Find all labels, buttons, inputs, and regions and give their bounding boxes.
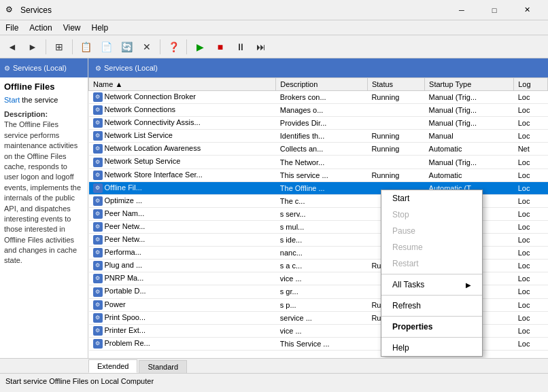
sidebar-header-icon: ⚙: [4, 65, 10, 72]
cell-status: Running: [367, 143, 424, 156]
context-menu-item-resume: Resume: [381, 239, 482, 255]
services-header: ⚙ Services (Local): [88, 58, 548, 77]
table-row[interactable]: ⚙Network Connectivity Assis...Provides D…: [89, 117, 548, 130]
back-button[interactable]: ◄: [3, 37, 22, 56]
menu-action[interactable]: Action: [24, 22, 57, 34]
context-menu-item-start[interactable]: Start: [381, 190, 482, 207]
forward-button[interactable]: ►: [23, 37, 42, 56]
cell-log: Loc: [514, 91, 548, 104]
cell-name: ⚙Peer Netw...: [89, 220, 276, 233]
toolbar-sep3: [160, 39, 160, 54]
table-row[interactable]: ⚙Network Location AwarenessCollects an..…: [89, 143, 548, 156]
service-icon: ⚙: [93, 300, 103, 310]
toolbar-sep2: [72, 39, 73, 54]
col-header-log[interactable]: Log: [514, 78, 548, 91]
service-icon: ⚙: [93, 248, 103, 257]
submenu-arrow-icon: ▶: [466, 281, 471, 289]
table-row[interactable]: ⚙Network Store Interface Ser...This serv…: [89, 168, 548, 181]
table-row[interactable]: ⚙Network Setup ServiceThe Networ...Manua…: [89, 156, 548, 168]
help-toolbar-button[interactable]: ❓: [164, 37, 183, 56]
context-menu-item-restart: Restart: [381, 255, 482, 272]
refresh-toolbar-button[interactable]: 🔄: [117, 37, 136, 56]
cell-log: Loc: [514, 324, 548, 337]
restart-service-button[interactable]: ⏭: [252, 37, 271, 56]
maximize-button[interactable]: □: [479, 0, 510, 20]
cell-log: Loc: [514, 272, 548, 285]
minimize-button[interactable]: ─: [446, 0, 477, 20]
cell-status: Running: [367, 168, 424, 181]
cell-log: Loc: [514, 207, 548, 220]
cell-log: Loc: [514, 260, 548, 272]
cell-name: ⚙Problem Re...: [89, 337, 276, 350]
context-menu-item-pause: Pause: [381, 223, 482, 239]
cell-log: Loc: [514, 247, 548, 260]
sidebar-header-text: Services (Local): [13, 64, 67, 72]
cell-description: The c...: [276, 194, 368, 207]
cell-description: Collects an...: [276, 143, 368, 156]
cell-description: Manages o...: [276, 104, 368, 117]
cell-log: Loc: [514, 168, 548, 181]
context-menu-item-properties[interactable]: Properties: [381, 319, 482, 335]
cell-name: ⚙Performa...: [89, 247, 276, 260]
cell-name: ⚙Printer Ext...: [89, 324, 276, 337]
cell-name: ⚙Optimize ...: [89, 194, 276, 207]
service-icon: ⚙: [93, 183, 103, 193]
delete-button[interactable]: ✕: [137, 37, 156, 56]
cell-description: Brokers con...: [276, 91, 368, 104]
cell-status: Running: [367, 130, 424, 143]
pause-service-button[interactable]: ⏸: [231, 37, 250, 56]
sidebar-service-name: Offline Files: [4, 82, 84, 92]
stop-service-button[interactable]: ■: [211, 37, 230, 56]
sidebar: ⚙ Services (Local) Offline Files Start t…: [0, 58, 88, 358]
menu-help[interactable]: Help: [86, 22, 114, 34]
table-row[interactable]: ⚙Network List ServiceIdentifies th...Run…: [89, 130, 548, 143]
start-service-button[interactable]: ▶: [190, 37, 209, 56]
cell-description: nanc...: [276, 247, 368, 260]
service-icon: ⚙: [93, 196, 103, 206]
cell-log: Loc: [514, 194, 548, 207]
service-icon: ⚙: [93, 222, 103, 232]
menu-file[interactable]: File: [0, 22, 24, 34]
service-icon: ⚙: [93, 144, 103, 154]
menu-view[interactable]: View: [58, 22, 86, 34]
copy-button[interactable]: 📋: [76, 37, 95, 56]
service-icon: ⚙: [93, 118, 103, 128]
cell-log: Loc: [514, 156, 548, 168]
close-button[interactable]: ✕: [511, 0, 543, 20]
col-header-name[interactable]: Name ▲: [89, 78, 276, 91]
cell-status: [367, 104, 424, 117]
services-content: ⚙ Services (Local) Name ▲ Description St…: [88, 58, 548, 358]
col-header-status[interactable]: Status: [367, 78, 424, 91]
service-icon: ⚙: [93, 158, 103, 167]
table-container[interactable]: Name ▲ Description Status Startup Type L…: [88, 77, 548, 358]
cell-log: Loc: [514, 181, 548, 194]
context-menu-item-refresh[interactable]: Refresh: [381, 298, 482, 314]
start-service-link[interactable]: Start: [4, 96, 20, 104]
table-row[interactable]: ⚙Network Connection BrokerBrokers con...…: [89, 91, 548, 104]
cell-description: Provides Dir...: [276, 117, 368, 130]
table-row[interactable]: ⚙Network ConnectionsManages o...Manual (…: [89, 104, 548, 117]
context-menu-separator: [381, 274, 482, 274]
context-menu-separator: [381, 295, 482, 296]
toolbar: ◄ ► ⊞ 📋 📄 🔄 ✕ ❓ ▶ ■ ⏸ ⏭: [0, 35, 548, 58]
tab-standard[interactable]: Standard: [139, 360, 187, 373]
context-menu-item-label: Stop: [392, 210, 409, 219]
main-container: ⚙ Services (Local) Offline Files Start t…: [0, 58, 548, 358]
show-tree-button[interactable]: ⊞: [50, 37, 69, 56]
service-icon: ⚙: [93, 131, 103, 141]
context-menu-item-label: Start: [392, 194, 409, 203]
service-icon: ⚙: [93, 209, 103, 219]
properties-button[interactable]: 📄: [97, 37, 116, 56]
service-icon: ⚙: [93, 326, 103, 336]
cell-description: The Offline ...: [276, 181, 368, 194]
title-bar: ⚙ Services ─ □ ✕: [0, 0, 548, 20]
context-menu: StartStopPauseResumeRestartAll Tasks▶Ref…: [381, 190, 483, 357]
col-header-startup[interactable]: Startup Type: [425, 78, 514, 91]
tab-extended[interactable]: Extended: [88, 359, 137, 373]
col-header-description[interactable]: Description: [276, 78, 368, 91]
context-menu-item-help[interactable]: Help: [381, 340, 482, 356]
context-menu-item-all-tasks[interactable]: All Tasks▶: [381, 277, 482, 293]
sidebar-link-container: Start the service: [4, 96, 84, 104]
cell-log: Loc: [514, 130, 548, 143]
status-bar: Start service Offline Files on Local Com…: [0, 373, 548, 388]
